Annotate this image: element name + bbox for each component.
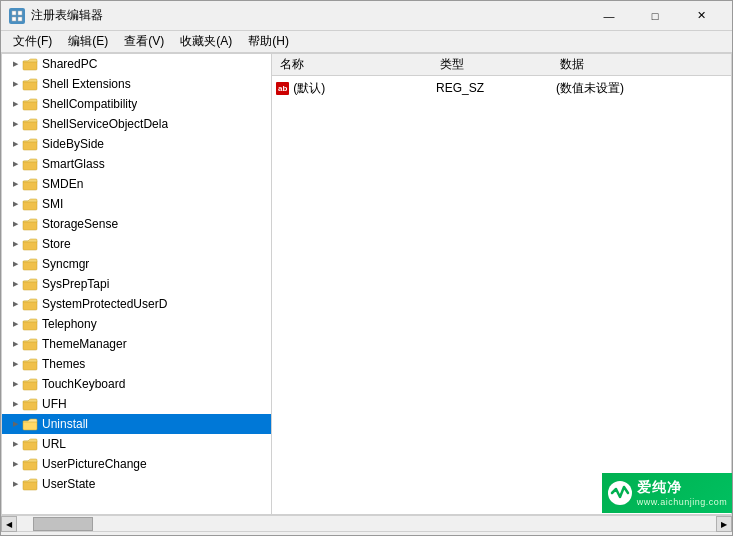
folder-icon-smi (22, 196, 38, 212)
tree-arrow-shellcompat[interactable] (8, 97, 22, 111)
ab-icon: ab (276, 82, 289, 95)
tree-arrow-ufh[interactable] (8, 397, 22, 411)
tree-label-syspreptapi: SysPrepTapi (42, 277, 109, 291)
tree-item-sidebyside[interactable]: SideBySide (2, 134, 271, 154)
svg-rect-14 (23, 261, 37, 270)
tree-arrow-thememanager[interactable] (8, 337, 22, 351)
svg-rect-10 (23, 181, 37, 190)
svg-rect-9 (23, 161, 37, 170)
tree-arrow-syncmgr[interactable] (8, 257, 22, 271)
svg-rect-17 (23, 321, 37, 330)
tree-item-shellcompat[interactable]: ShellCompatibility (2, 94, 271, 114)
folder-icon-ufh (22, 396, 38, 412)
tree-item-touchkeyboard[interactable]: TouchKeyboard (2, 374, 271, 394)
watermark-main-text: 爱纯净 (637, 479, 682, 497)
tree-label-smi: SMI (42, 197, 63, 211)
tree-arrow-shell-extensions[interactable] (8, 77, 22, 91)
scroll-thumb[interactable] (33, 517, 93, 531)
svg-rect-7 (23, 121, 37, 130)
tree-arrow-shellservice[interactable] (8, 117, 22, 131)
col-header-data: 数据 (556, 56, 731, 73)
svg-rect-20 (23, 381, 37, 390)
tree-label-smartglass: SmartGlass (42, 157, 105, 171)
folder-icon-telephony (22, 316, 38, 332)
column-headers: 名称 类型 数据 (272, 54, 731, 76)
tree-item-userpicturechange[interactable]: UserPictureChange (2, 454, 271, 474)
watermark: 爱纯净 www.aichunjing.com (602, 473, 732, 513)
folder-icon-smartglass (22, 156, 38, 172)
tree-item-smartglass[interactable]: SmartGlass (2, 154, 271, 174)
menu-item-edit[interactable]: 编辑(E) (60, 31, 116, 52)
registry-row[interactable]: ab(默认)REG_SZ(数值未设置) (272, 78, 731, 98)
tree-item-store[interactable]: Store (2, 234, 271, 254)
tree-arrow-syspreptapi[interactable] (8, 277, 22, 291)
tree-arrow-storagesense[interactable] (8, 217, 22, 231)
svg-rect-15 (23, 281, 37, 290)
tree-item-telephony[interactable]: Telephony (2, 314, 271, 334)
window-title: 注册表编辑器 (31, 7, 586, 24)
tree-arrow-systemprotected[interactable] (8, 297, 22, 311)
tree-arrow-smi[interactable] (8, 197, 22, 211)
svg-rect-18 (23, 341, 37, 350)
tree-arrow-store[interactable] (8, 237, 22, 251)
tree-item-smi[interactable]: SMI (2, 194, 271, 214)
svg-rect-4 (23, 61, 37, 70)
tree-item-systemprotected[interactable]: SystemProtectedUserD (2, 294, 271, 314)
menu-item-help[interactable]: 帮助(H) (240, 31, 297, 52)
tree-label-url: URL (42, 437, 66, 451)
tree-arrow-uninstall[interactable] (8, 417, 22, 431)
reg-value-type: REG_SZ (436, 81, 556, 95)
tree-panel[interactable]: SharedPC Shell Extensions ShellCompatibi… (2, 54, 272, 514)
tree-item-ufh[interactable]: UFH (2, 394, 271, 414)
maximize-button[interactable]: □ (632, 1, 678, 31)
tree-arrow-userpicturechange[interactable] (8, 457, 22, 471)
folder-icon-shellcompat (22, 96, 38, 112)
tree-arrow-smartglass[interactable] (8, 157, 22, 171)
tree-item-shellservice[interactable]: ShellServiceObjectDela (2, 114, 271, 134)
menu-item-view[interactable]: 查看(V) (116, 31, 172, 52)
tree-arrow-sharedpc[interactable] (8, 57, 22, 71)
tree-arrow-themes[interactable] (8, 357, 22, 371)
tree-item-syncmgr[interactable]: Syncmgr (2, 254, 271, 274)
svg-rect-19 (23, 361, 37, 370)
folder-icon-thememanager (22, 336, 38, 352)
window-controls: — □ ✕ (586, 1, 724, 31)
tree-label-smden: SMDEn (42, 177, 83, 191)
tree-item-themes[interactable]: Themes (2, 354, 271, 374)
horizontal-scroll-bar[interactable]: ◀ ▶ (1, 515, 732, 531)
tree-item-sharedpc[interactable]: SharedPC (2, 54, 271, 74)
tree-item-syspreptapi[interactable]: SysPrepTapi (2, 274, 271, 294)
scroll-right-button[interactable]: ▶ (716, 516, 732, 532)
tree-item-userstate[interactable]: UserState (2, 474, 271, 494)
registry-values-list[interactable]: ab(默认)REG_SZ(数值未设置) (272, 76, 731, 514)
tree-arrow-telephony[interactable] (8, 317, 22, 331)
tree-item-uninstall[interactable]: Uninstall (2, 414, 271, 434)
menu-item-favorites[interactable]: 收藏夹(A) (172, 31, 240, 52)
main-area: SharedPC Shell Extensions ShellCompatibi… (1, 53, 732, 515)
tree-item-thememanager[interactable]: ThemeManager (2, 334, 271, 354)
tree-label-uninstall: Uninstall (42, 417, 88, 431)
tree-label-userpicturechange: UserPictureChange (42, 457, 147, 471)
scroll-left-button[interactable]: ◀ (1, 516, 17, 532)
tree-item-storagesense[interactable]: StorageSense (2, 214, 271, 234)
tree-arrow-smden[interactable] (8, 177, 22, 191)
reg-value-data: (数值未设置) (556, 80, 731, 97)
tree-arrow-sidebyside[interactable] (8, 137, 22, 151)
tree-item-shell-extensions[interactable]: Shell Extensions (2, 74, 271, 94)
minimize-button[interactable]: — (586, 1, 632, 31)
tree-arrow-url[interactable] (8, 437, 22, 451)
svg-rect-11 (23, 201, 37, 210)
close-button[interactable]: ✕ (678, 1, 724, 31)
svg-rect-0 (12, 11, 16, 15)
folder-icon-smden (22, 176, 38, 192)
tree-arrow-touchkeyboard[interactable] (8, 377, 22, 391)
tree-item-url[interactable]: URL (2, 434, 271, 454)
svg-rect-3 (18, 17, 22, 21)
tree-item-smden[interactable]: SMDEn (2, 174, 271, 194)
svg-rect-13 (23, 241, 37, 250)
tree-arrow-userstate[interactable] (8, 477, 22, 491)
menu-item-file[interactable]: 文件(F) (5, 31, 60, 52)
col-header-type: 类型 (436, 56, 556, 73)
svg-rect-21 (23, 401, 37, 410)
tree-label-shellcompat: ShellCompatibility (42, 97, 137, 111)
